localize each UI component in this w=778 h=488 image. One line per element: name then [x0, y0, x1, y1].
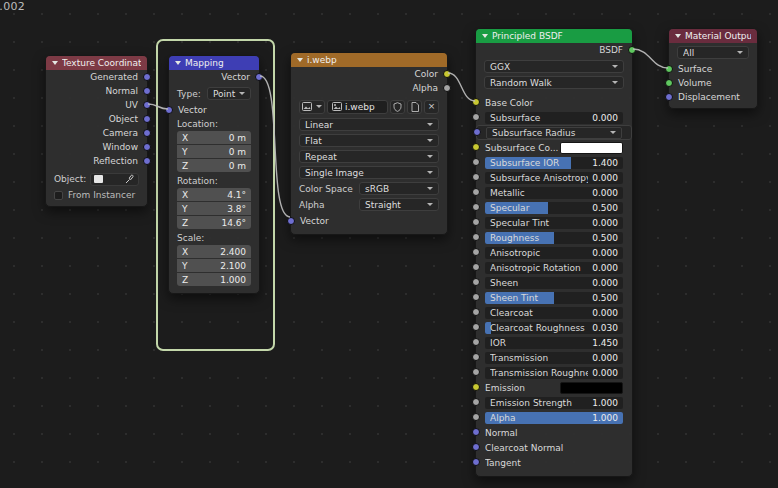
- row-widget[interactable]: Clearcoat 0.000: [485, 307, 623, 319]
- input-socket[interactable]: [472, 353, 480, 361]
- output-socket[interactable]: [143, 157, 151, 165]
- row-widget[interactable]: Transmission Roughness 0.000: [485, 367, 623, 379]
- axis-value-field[interactable]: X 2.400: [177, 245, 251, 258]
- row-widget[interactable]: Emission Strength 1.000: [485, 397, 623, 409]
- row-widget[interactable]: Clearcoat Roughness 0.030: [485, 322, 623, 334]
- input-socket[interactable]: [665, 79, 673, 87]
- row-widget[interactable]: Emission: [485, 382, 623, 394]
- output-socket[interactable]: [143, 115, 151, 123]
- image-name-field[interactable]: i.webp: [327, 100, 388, 114]
- axis-value-field[interactable]: X 0 m: [177, 131, 251, 144]
- input-socket[interactable]: [472, 218, 480, 226]
- fake-user-button[interactable]: [390, 100, 405, 114]
- alpha-mode-dropdown[interactable]: Straight: [359, 198, 439, 211]
- axis-value-field[interactable]: X 4.1°: [177, 188, 251, 201]
- output-socket[interactable]: [443, 84, 451, 92]
- browse-image-button[interactable]: [299, 100, 325, 114]
- input-socket[interactable]: [472, 188, 480, 196]
- row-widget[interactable]: Sheen 0.000: [485, 277, 623, 289]
- axis-value-field[interactable]: Z 1.000: [177, 273, 251, 286]
- input-socket[interactable]: [472, 398, 480, 406]
- from-instancer-checkbox[interactable]: [54, 191, 63, 200]
- row-widget[interactable]: Subsurface IOR 1.400: [485, 157, 623, 169]
- collapse-icon[interactable]: [175, 61, 181, 65]
- mapping-header[interactable]: Mapping: [169, 56, 259, 70]
- texture-coordinate-header[interactable]: Texture Coordinate: [46, 56, 147, 70]
- row-widget[interactable]: Metallic 0.000: [485, 187, 623, 199]
- setting-dropdown[interactable]: Single Image: [299, 166, 439, 179]
- input-socket[interactable]: [472, 323, 480, 331]
- unlink-image-button[interactable]: ×: [424, 100, 439, 114]
- color-space-dropdown[interactable]: sRGB: [359, 182, 439, 195]
- object-field[interactable]: [90, 173, 139, 186]
- color-swatch[interactable]: [560, 382, 623, 394]
- input-socket[interactable]: [472, 428, 480, 436]
- eyedropper-icon[interactable]: [125, 174, 135, 184]
- output-socket[interactable]: [143, 73, 151, 81]
- target-dropdown[interactable]: All: [677, 46, 749, 59]
- row-widget[interactable]: Normal: [485, 427, 623, 439]
- type-dropdown[interactable]: Point: [207, 87, 251, 100]
- output-socket[interactable]: [143, 101, 151, 109]
- output-socket[interactable]: [443, 70, 451, 78]
- output-socket[interactable]: [143, 129, 151, 137]
- row-widget[interactable]: Subsurface Anisotropy 0.000: [485, 172, 623, 184]
- image-texture-header[interactable]: i.webp: [291, 53, 447, 67]
- input-socket[interactable]: [665, 65, 673, 73]
- axis-value-field[interactable]: Y 0 m: [177, 145, 251, 158]
- row-widget[interactable]: Specular Tint 0.000: [485, 217, 623, 229]
- output-socket[interactable]: [143, 87, 151, 95]
- collapse-icon[interactable]: [52, 61, 58, 65]
- input-socket[interactable]: [472, 158, 480, 166]
- input-socket[interactable]: [472, 173, 480, 181]
- row-widget[interactable]: Subsurface Radius: [486, 127, 622, 139]
- row-widget[interactable]: Transmission 0.000: [485, 352, 623, 364]
- input-socket[interactable]: [472, 458, 480, 466]
- input-socket[interactable]: [165, 106, 173, 114]
- setting-dropdown[interactable]: Repeat: [299, 150, 439, 163]
- row-widget[interactable]: Alpha 1.000: [485, 412, 623, 424]
- output-socket[interactable]: [143, 143, 151, 151]
- input-socket[interactable]: [472, 98, 480, 106]
- input-socket[interactable]: [472, 203, 480, 211]
- input-socket[interactable]: [472, 383, 480, 391]
- row-widget[interactable]: Sheen Tint 0.500: [485, 292, 623, 304]
- output-socket[interactable]: [255, 73, 263, 81]
- input-socket[interactable]: [472, 263, 480, 271]
- axis-value-field[interactable]: Z 0 m: [177, 159, 251, 172]
- row-widget[interactable]: Subsurface 0.000: [485, 112, 623, 124]
- input-socket[interactable]: [665, 93, 673, 101]
- input-socket[interactable]: [472, 278, 480, 286]
- axis-value-field[interactable]: Z 14.6°: [177, 216, 251, 229]
- row-widget[interactable]: Anisotropic 0.000: [485, 247, 623, 259]
- collapse-icon[interactable]: [297, 58, 303, 62]
- input-socket[interactable]: [472, 308, 480, 316]
- input-socket[interactable]: [287, 217, 295, 225]
- row-widget[interactable]: Roughness 0.500: [485, 232, 623, 244]
- input-socket[interactable]: [472, 413, 480, 421]
- input-socket[interactable]: [472, 143, 480, 151]
- principled-header[interactable]: Principled BSDF: [476, 29, 632, 43]
- row-widget[interactable]: Subsurface Co...: [485, 142, 623, 154]
- input-socket[interactable]: [472, 233, 480, 241]
- row-widget[interactable]: Clearcoat Normal: [485, 442, 623, 454]
- setting-dropdown[interactable]: Flat: [299, 134, 439, 147]
- input-socket[interactable]: [472, 338, 480, 346]
- setting-dropdown[interactable]: Linear: [299, 118, 439, 131]
- input-socket[interactable]: [472, 248, 480, 256]
- distribution-dropdown[interactable]: GGX: [484, 60, 624, 73]
- input-socket[interactable]: [472, 113, 480, 121]
- input-socket[interactable]: [472, 443, 480, 451]
- row-widget[interactable]: Anisotropic Rotation 0.000: [485, 262, 623, 274]
- subsurface-method-dropdown[interactable]: Random Walk: [484, 76, 624, 89]
- axis-value-field[interactable]: Y 3.8°: [177, 202, 251, 215]
- collapse-icon[interactable]: [482, 34, 488, 38]
- collapse-icon[interactable]: [675, 34, 681, 38]
- material-output-header[interactable]: Material Output: [669, 29, 757, 43]
- row-widget[interactable]: IOR 1.450: [485, 337, 623, 349]
- input-socket[interactable]: [472, 368, 480, 376]
- row-widget[interactable]: Tangent: [485, 457, 623, 469]
- axis-value-field[interactable]: Y 2.100: [177, 259, 251, 272]
- input-socket[interactable]: [473, 128, 481, 136]
- row-widget[interactable]: Specular 0.500: [485, 202, 623, 214]
